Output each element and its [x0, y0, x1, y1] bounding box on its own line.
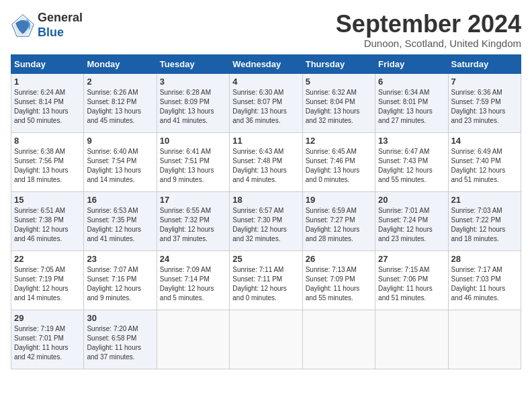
cell-info: Sunrise: 7:03 AMSunset: 7:22 PMDaylight:…: [451, 206, 518, 244]
calendar-cell: 20Sunrise: 7:01 AMSunset: 7:24 PMDayligh…: [375, 191, 448, 250]
calendar-cell: 24Sunrise: 7:09 AMSunset: 7:14 PMDayligh…: [157, 250, 229, 310]
day-number: 1: [14, 77, 81, 87]
location: Dunoon, Scotland, United Kingdom: [336, 38, 521, 49]
day-number: 14: [451, 136, 518, 146]
day-number: 16: [87, 195, 153, 205]
calendar-cell: 17Sunrise: 6:55 AMSunset: 7:32 PMDayligh…: [157, 191, 229, 250]
calendar-cell: 12Sunrise: 6:45 AMSunset: 7:46 PMDayligh…: [302, 132, 375, 191]
calendar-cell: 11Sunrise: 6:43 AMSunset: 7:48 PMDayligh…: [230, 132, 302, 191]
calendar-cell: 13Sunrise: 6:47 AMSunset: 7:43 PMDayligh…: [375, 132, 448, 191]
day-number: 21: [451, 195, 518, 205]
cell-info: Sunrise: 7:01 AMSunset: 7:24 PMDaylight:…: [378, 206, 445, 244]
calendar-cell: [448, 310, 521, 369]
day-number: 3: [160, 77, 226, 87]
weekday-header: Tuesday: [157, 54, 229, 73]
calendar-cell: 15Sunrise: 6:51 AMSunset: 7:38 PMDayligh…: [11, 191, 84, 250]
cell-info: Sunrise: 7:13 AMSunset: 7:09 PMDaylight:…: [306, 265, 372, 303]
day-number: 28: [451, 254, 518, 264]
day-number: 11: [232, 136, 299, 146]
cell-info: Sunrise: 6:24 AMSunset: 8:14 PMDaylight:…: [14, 88, 81, 126]
cell-info: Sunrise: 6:59 AMSunset: 7:27 PMDaylight:…: [306, 206, 372, 244]
cell-info: Sunrise: 7:19 AMSunset: 7:01 PMDaylight:…: [14, 324, 81, 362]
calendar-cell: 30Sunrise: 7:20 AMSunset: 6:58 PMDayligh…: [84, 310, 157, 369]
cell-info: Sunrise: 6:43 AMSunset: 7:48 PMDaylight:…: [232, 147, 299, 185]
day-number: 19: [306, 195, 372, 205]
day-number: 5: [306, 77, 372, 87]
logo-text: General Blue: [38, 11, 83, 40]
calendar-cell: 28Sunrise: 7:17 AMSunset: 7:03 PMDayligh…: [448, 250, 521, 310]
cell-info: Sunrise: 6:28 AMSunset: 8:09 PMDaylight:…: [160, 88, 226, 126]
calendar-cell: 26Sunrise: 7:13 AMSunset: 7:09 PMDayligh…: [302, 250, 375, 310]
calendar-cell: 25Sunrise: 7:11 AMSunset: 7:11 PMDayligh…: [230, 250, 302, 310]
weekday-header: Friday: [375, 54, 448, 73]
calendar-cell: 7Sunrise: 6:36 AMSunset: 7:59 PMDaylight…: [448, 73, 521, 132]
calendar-cell: 4Sunrise: 6:30 AMSunset: 8:07 PMDaylight…: [230, 73, 302, 132]
calendar-cell: [302, 310, 375, 369]
calendar-cell: 8Sunrise: 6:38 AMSunset: 7:56 PMDaylight…: [11, 132, 84, 191]
calendar-cell: 2Sunrise: 6:26 AMSunset: 8:12 PMDaylight…: [84, 73, 157, 132]
calendar-week-row: 29Sunrise: 7:19 AMSunset: 7:01 PMDayligh…: [11, 310, 521, 369]
day-number: 23: [87, 254, 153, 264]
calendar-week-row: 1Sunrise: 6:24 AMSunset: 8:14 PMDaylight…: [11, 73, 521, 132]
cell-info: Sunrise: 6:53 AMSunset: 7:35 PMDaylight:…: [87, 206, 153, 244]
calendar-cell: 3Sunrise: 6:28 AMSunset: 8:09 PMDaylight…: [157, 73, 229, 132]
calendar-cell: 19Sunrise: 6:59 AMSunset: 7:27 PMDayligh…: [302, 191, 375, 250]
day-number: 18: [232, 195, 299, 205]
cell-info: Sunrise: 6:49 AMSunset: 7:40 PMDaylight:…: [451, 147, 518, 185]
calendar-cell: [230, 310, 302, 369]
day-number: 20: [378, 195, 445, 205]
cell-info: Sunrise: 6:40 AMSunset: 7:54 PMDaylight:…: [87, 147, 153, 185]
logo-icon: [11, 13, 35, 38]
day-number: 15: [14, 195, 81, 205]
day-number: 9: [87, 136, 153, 146]
day-number: 10: [160, 136, 226, 146]
day-number: 2: [87, 77, 153, 87]
cell-info: Sunrise: 6:45 AMSunset: 7:46 PMDaylight:…: [306, 147, 372, 185]
cell-info: Sunrise: 6:51 AMSunset: 7:38 PMDaylight:…: [14, 206, 81, 244]
calendar-cell: 10Sunrise: 6:41 AMSunset: 7:51 PMDayligh…: [157, 132, 229, 191]
calendar-week-row: 8Sunrise: 6:38 AMSunset: 7:56 PMDaylight…: [11, 132, 521, 191]
calendar-cell: 1Sunrise: 6:24 AMSunset: 8:14 PMDaylight…: [11, 73, 84, 132]
day-number: 27: [378, 254, 445, 264]
cell-info: Sunrise: 6:34 AMSunset: 8:01 PMDaylight:…: [378, 88, 445, 126]
weekday-header: Sunday: [11, 54, 84, 73]
calendar-cell: 9Sunrise: 6:40 AMSunset: 7:54 PMDaylight…: [84, 132, 157, 191]
day-number: 22: [14, 254, 81, 264]
cell-info: Sunrise: 7:17 AMSunset: 7:03 PMDaylight:…: [451, 265, 518, 303]
calendar-cell: 6Sunrise: 6:34 AMSunset: 8:01 PMDaylight…: [375, 73, 448, 132]
calendar-week-row: 15Sunrise: 6:51 AMSunset: 7:38 PMDayligh…: [11, 191, 521, 250]
cell-info: Sunrise: 6:32 AMSunset: 8:04 PMDaylight:…: [306, 88, 372, 126]
cell-info: Sunrise: 7:11 AMSunset: 7:11 PMDaylight:…: [232, 265, 299, 303]
day-number: 30: [87, 313, 153, 323]
calendar-week-row: 22Sunrise: 7:05 AMSunset: 7:19 PMDayligh…: [11, 250, 521, 310]
month-title: September 2024: [336, 11, 521, 38]
day-number: 17: [160, 195, 226, 205]
page-header: General Blue September 2024 Dunoon, Scot…: [11, 11, 521, 49]
calendar-cell: 14Sunrise: 6:49 AMSunset: 7:40 PMDayligh…: [448, 132, 521, 191]
cell-info: Sunrise: 7:15 AMSunset: 7:06 PMDaylight:…: [378, 265, 445, 303]
cell-info: Sunrise: 7:09 AMSunset: 7:14 PMDaylight:…: [160, 265, 226, 303]
cell-info: Sunrise: 6:38 AMSunset: 7:56 PMDaylight:…: [14, 147, 81, 185]
day-number: 7: [451, 77, 518, 87]
cell-info: Sunrise: 6:57 AMSunset: 7:30 PMDaylight:…: [232, 206, 299, 244]
calendar-cell: 27Sunrise: 7:15 AMSunset: 7:06 PMDayligh…: [375, 250, 448, 310]
calendar-cell: 5Sunrise: 6:32 AMSunset: 8:04 PMDaylight…: [302, 73, 375, 132]
logo: General Blue: [11, 11, 83, 40]
day-number: 4: [232, 77, 299, 87]
cell-info: Sunrise: 7:07 AMSunset: 7:16 PMDaylight:…: [87, 265, 153, 303]
calendar-cell: 18Sunrise: 6:57 AMSunset: 7:30 PMDayligh…: [230, 191, 302, 250]
day-number: 25: [232, 254, 299, 264]
cell-info: Sunrise: 7:20 AMSunset: 6:58 PMDaylight:…: [87, 324, 153, 362]
calendar-cell: 22Sunrise: 7:05 AMSunset: 7:19 PMDayligh…: [11, 250, 84, 310]
day-number: 12: [306, 136, 372, 146]
weekday-header: Saturday: [448, 54, 521, 73]
day-number: 26: [306, 254, 372, 264]
cell-info: Sunrise: 6:47 AMSunset: 7:43 PMDaylight:…: [378, 147, 445, 185]
weekday-header: Thursday: [302, 54, 375, 73]
weekday-header: Monday: [84, 54, 157, 73]
day-number: 24: [160, 254, 226, 264]
title-block: September 2024 Dunoon, Scotland, United …: [336, 11, 521, 49]
cell-info: Sunrise: 6:41 AMSunset: 7:51 PMDaylight:…: [160, 147, 226, 185]
calendar-cell: 29Sunrise: 7:19 AMSunset: 7:01 PMDayligh…: [11, 310, 84, 369]
weekday-header: Wednesday: [230, 54, 302, 73]
